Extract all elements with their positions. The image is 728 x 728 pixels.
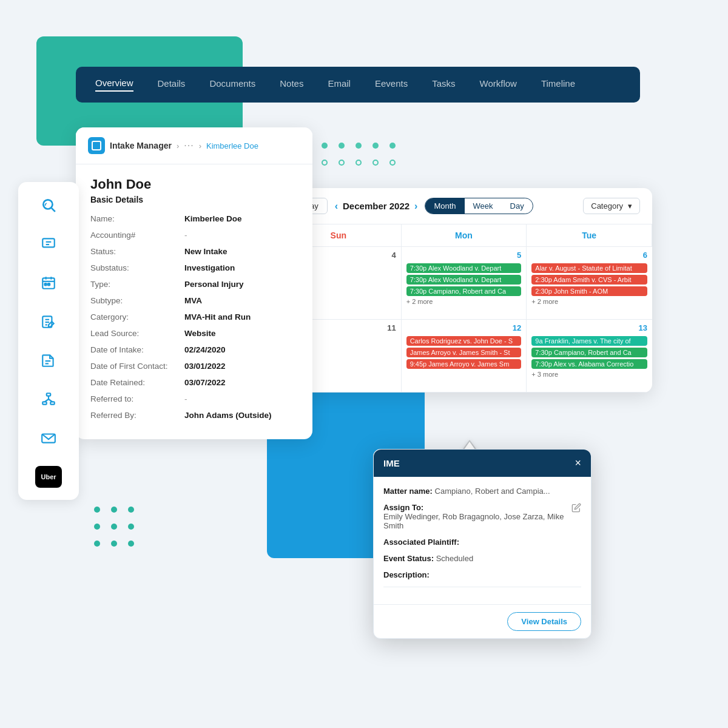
nav-tasks[interactable]: Tasks	[432, 78, 455, 91]
sidebar-calendar-icon[interactable]	[38, 272, 59, 294]
category-dropdown[interactable]: Category ▾	[583, 198, 640, 214]
edit-assign-icon[interactable]	[571, 503, 581, 514]
detail-row-category: Catergory: MVA-Hit and Run	[90, 312, 298, 322]
cal-event[interactable]: 9a Franklin, James v. The city of	[531, 336, 647, 346]
dot	[94, 524, 100, 530]
cal-event[interactable]: 2:30p Adam Smith v. CVS - Arbit	[531, 275, 647, 285]
popup-close-button[interactable]: ×	[575, 457, 581, 470]
breadcrumb-sep1: ›	[177, 141, 179, 150]
nav-details[interactable]: Details	[158, 78, 186, 91]
nav-overview[interactable]: Overview	[95, 78, 133, 92]
detail-value: John Adams (Outside)	[184, 411, 272, 420]
popup-footer: View Details	[374, 604, 591, 638]
view-details-button[interactable]: View Details	[507, 612, 581, 631]
svg-rect-11	[45, 283, 47, 285]
detail-value: MVA-Hit and Run	[184, 312, 251, 322]
detail-value: -	[184, 394, 187, 403]
popup-plaintiff: Associated Plaintiff:	[383, 538, 581, 547]
event-title: Adam Smith v. CVS - Arbit	[553, 276, 631, 283]
dot	[128, 541, 134, 547]
sidebar-document-icon[interactable]	[38, 349, 59, 371]
nav-email[interactable]: Email	[328, 78, 351, 91]
intake-logo	[88, 137, 105, 154]
cal-event[interactable]: 7:30p Campiano, Robert and Ca	[531, 348, 647, 357]
prev-month-button[interactable]: ‹	[335, 201, 338, 212]
breadcrumb-client: Kimberlee Doe	[206, 141, 258, 150]
popup-divider	[383, 587, 581, 587]
popup-event-status: Event Status: Scheduled	[383, 554, 581, 563]
cal-event[interactable]: Carlos Rodriguez vs. John Doe - S	[406, 336, 522, 346]
day-view-button[interactable]: Day	[502, 198, 533, 214]
event-status-label: Event Status:	[383, 554, 434, 563]
popup-matter-name: Matter name: Campiano, Robert and Campia…	[383, 487, 581, 496]
detail-row-name: Name: Kimberlee Doe	[90, 214, 298, 223]
cal-event[interactable]: 7:30p Campiano, Robert and Ca	[406, 286, 522, 296]
assign-to-label: Assign To:	[383, 503, 423, 512]
sidebar: Uber	[18, 182, 79, 500]
more-events-link[interactable]: + 3 more	[531, 371, 647, 378]
cal-event[interactable]: James Arroyo v. James Smith - St	[406, 348, 522, 357]
date-13: 13	[531, 323, 647, 332]
intake-app-title: Intake Manager	[110, 141, 172, 150]
next-month-button[interactable]: ›	[414, 201, 417, 212]
detail-label: Date of First Contact:	[90, 362, 184, 371]
event-title: Campiano, Robert and Ca	[428, 288, 506, 295]
cal-event[interactable]: 7:30p Alex vs. Alabama Correctio	[531, 359, 647, 369]
dots-top	[322, 143, 396, 166]
intake-panel: Intake Manager › ··· › Kimberlee Doe Joh…	[76, 127, 312, 439]
detail-label: Referred By:	[90, 411, 184, 420]
sidebar-chat-icon[interactable]	[38, 233, 59, 255]
cal-event[interactable]: 7:30p Alex Woodland v. Depart	[406, 275, 522, 285]
sidebar-mail-icon[interactable]	[38, 427, 59, 449]
event-title: Alex Woodland v. Depart	[428, 276, 502, 283]
nav-timeline[interactable]: Timeline	[541, 78, 575, 91]
detail-row-lead: Lead Source: Website	[90, 329, 298, 338]
detail-label: Date of Intake:	[90, 345, 184, 354]
nav-notes[interactable]: Notes	[280, 78, 303, 91]
sidebar-uber-badge[interactable]: Uber	[35, 466, 62, 488]
event-time: 2:30p	[535, 276, 552, 283]
sidebar-edit-icon[interactable]	[38, 311, 59, 332]
event-time: 7:30p	[535, 360, 552, 368]
sidebar-org-icon[interactable]	[38, 388, 59, 410]
nav-workflow[interactable]: Workflow	[480, 78, 517, 91]
detail-value: MVA	[184, 296, 202, 305]
month-view-button[interactable]: Month	[425, 198, 464, 214]
cal-event[interactable]: 7:30p Alex Woodland v. Depart	[406, 263, 522, 273]
dot	[356, 143, 362, 149]
calendar-nav: ‹ December 2022 ›	[335, 201, 418, 212]
more-events-link[interactable]: + 2 more	[531, 298, 647, 305]
intake-body: John Doe Basic Details Name: Kimberlee D…	[76, 164, 312, 439]
detail-value: Website	[184, 329, 216, 338]
detail-row-retained: Date Retained: 03/07/2022	[90, 378, 298, 387]
view-toggle: Month Week Day	[425, 198, 533, 214]
week-view-button[interactable]: Week	[465, 198, 502, 214]
nav-eevents[interactable]: Eevents	[375, 78, 408, 91]
detail-value: Personal Injury	[184, 280, 244, 289]
more-events-link[interactable]: + 2 more	[406, 298, 522, 305]
detail-value: 03/01/2022	[184, 362, 226, 371]
nav-documents[interactable]: Documents	[209, 78, 255, 91]
event-time: 9:45p	[410, 360, 427, 368]
dot	[128, 507, 134, 513]
sidebar-search-icon[interactable]	[38, 194, 59, 216]
svg-rect-20	[42, 402, 47, 404]
cal-event[interactable]: Alar v. August - Statute of Limitat	[531, 263, 647, 273]
date-5: 5	[406, 251, 522, 260]
event-time: 7:30p	[410, 265, 427, 272]
calendar-week2: 11 12 Carlos Rodriguez vs. John Doe - S …	[276, 320, 652, 393]
cal-event[interactable]: 2:30p John Smith - AOM	[531, 286, 647, 296]
assign-to-value: Emily Wedinger, Rob Bragagnolo, Jose Zar…	[383, 512, 564, 530]
detail-row-type: Type: Personal Injury	[90, 280, 298, 289]
event-time: 7:30p	[410, 276, 427, 283]
event-status-value: Scheduled	[436, 554, 473, 563]
uber-label: Uber	[41, 473, 56, 480]
detail-label: Substatus:	[90, 263, 184, 272]
event-time: 7:30p	[410, 288, 427, 295]
tuesday-header: Tue	[527, 224, 652, 247]
detail-row-substatus: Substatus: Investigation	[90, 263, 298, 272]
dot	[356, 160, 362, 166]
cal-event[interactable]: 9:45p James Arroyo v. James Sm	[406, 359, 522, 369]
svg-rect-21	[50, 402, 55, 404]
detail-row-referred-by: Referred By: John Adams (Outside)	[90, 411, 298, 420]
